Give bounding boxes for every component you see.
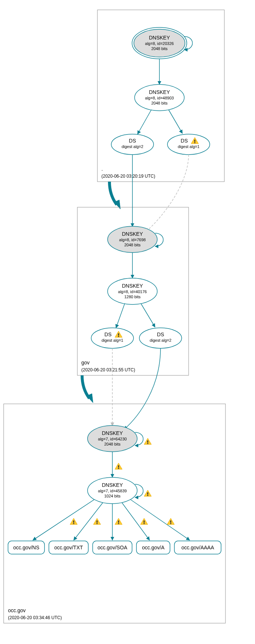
zone-root-label: . [101, 166, 103, 172]
svg-text:alg=7, id=45839: alg=7, id=45839 [98, 489, 127, 493]
zone-occ-label: occ.gov [8, 607, 26, 613]
svg-text:DNSKEY: DNSKEY [102, 430, 123, 436]
gov-ds2-node: DS digest alg=2 [139, 328, 182, 348]
svg-text:occ.gov/TXT: occ.gov/TXT [54, 545, 83, 550]
svg-text:occ.gov/NS: occ.gov/NS [13, 545, 39, 550]
svg-text:alg=8, id=48903: alg=8, id=48903 [145, 96, 174, 100]
svg-text:1024 bits: 1024 bits [104, 494, 121, 498]
edge-gov-zsk-ds1 [116, 303, 125, 328]
svg-text:alg=8, id=7698: alg=8, id=7698 [119, 238, 146, 242]
svg-text:DNSKEY: DNSKEY [149, 35, 170, 41]
dnssec-graph: . (2020-06-20 03:20:19 UTC) DNSKEY alg=8… [0, 0, 255, 644]
svg-text:occ.gov/SOA: occ.gov/SOA [97, 545, 127, 550]
warning-icon [93, 518, 101, 524]
warning-icon [70, 518, 77, 524]
svg-text:DS: DS [104, 332, 111, 337]
svg-text:digest alg=1: digest alg=1 [178, 144, 200, 149]
gov-zsk-node: DNSKEY alg=8, id=40176 1280 bits [108, 278, 157, 304]
warning-icon [167, 518, 174, 524]
edge-gov-zsk-ds2 [141, 303, 155, 327]
edge-ds1-govksk [146, 155, 189, 232]
zone-arrow-root-gov [109, 182, 117, 205]
warning-icon [115, 518, 122, 524]
svg-text:DS: DS [129, 138, 136, 144]
warning-icon [144, 490, 151, 496]
zone-gov-label: gov [81, 360, 90, 365]
svg-text:2048 bits: 2048 bits [104, 442, 121, 446]
root-ds1-node: DS digest alg=1 [167, 134, 210, 155]
rrset-txt: occ.gov/TXT [49, 541, 88, 554]
warning-icon [115, 463, 122, 469]
svg-text:digest alg=1: digest alg=1 [101, 338, 123, 342]
edge-zsk-aaaa [131, 500, 190, 540]
svg-text:2048 bits: 2048 bits [124, 243, 141, 247]
svg-text:alg=8, id=40176: alg=8, id=40176 [118, 289, 147, 294]
edge-root-zsk-ds1 [169, 110, 182, 133]
occ-zsk-node: DNSKEY alg=7, id=45839 1024 bits [88, 477, 137, 504]
edge-govds2-occksk [124, 348, 161, 429]
root-ksk-node: DNSKEY alg=8, id=20326 2048 bits [132, 27, 187, 59]
svg-text:alg=7, id=64230: alg=7, id=64230 [98, 437, 127, 441]
rrset-a: occ.gov/A [136, 541, 170, 554]
root-ds2-node: DS digest alg=2 [111, 134, 154, 155]
svg-text:alg=8, id=20326: alg=8, id=20326 [145, 41, 174, 46]
warning-icon [140, 518, 148, 524]
svg-text:occ.gov/A: occ.gov/A [142, 545, 165, 550]
zone-arrow-gov-occ [82, 375, 89, 398]
gov-ksk-node: DNSKEY alg=8, id=7698 2048 bits [108, 226, 157, 253]
svg-text:digest alg=2: digest alg=2 [121, 144, 143, 149]
edge-root-zsk-ds2 [138, 110, 151, 134]
svg-text:DS: DS [157, 332, 164, 337]
svg-text:DNSKEY: DNSKEY [149, 89, 170, 95]
warning-icon [144, 438, 151, 444]
svg-text:DNSKEY: DNSKEY [122, 283, 143, 289]
rrset-ns: occ.gov/NS [8, 541, 45, 554]
occ-ksk-node: DNSKEY alg=7, id=64230 2048 bits [88, 425, 137, 452]
svg-text:occ.gov/AAAA: occ.gov/AAAA [181, 545, 214, 550]
svg-text:1280 bits: 1280 bits [124, 295, 141, 299]
svg-text:DNSKEY: DNSKEY [122, 231, 143, 237]
zone-occ-timestamp: (2020-06-20 03:34:46 UTC) [8, 615, 62, 620]
svg-text:DNSKEY: DNSKEY [102, 482, 123, 488]
svg-text:DS: DS [181, 138, 188, 144]
rrset-aaaa: occ.gov/AAAA [174, 541, 221, 554]
edge-zsk-ns [33, 500, 94, 540]
rrset-soa: occ.gov/SOA [93, 541, 132, 554]
root-zsk-node: DNSKEY alg=8, id=48903 2048 bits [135, 84, 184, 111]
svg-text:2048 bits: 2048 bits [151, 101, 168, 105]
svg-text:digest alg=2: digest alg=2 [150, 338, 171, 342]
zone-gov-timestamp: (2020-06-20 03:21:55 UTC) [81, 367, 135, 372]
gov-ds1-node: DS digest alg=1 [91, 328, 134, 348]
svg-text:2048 bits: 2048 bits [151, 46, 168, 51]
zone-root-timestamp: (2020-06-20 03:20:19 UTC) [101, 174, 155, 179]
